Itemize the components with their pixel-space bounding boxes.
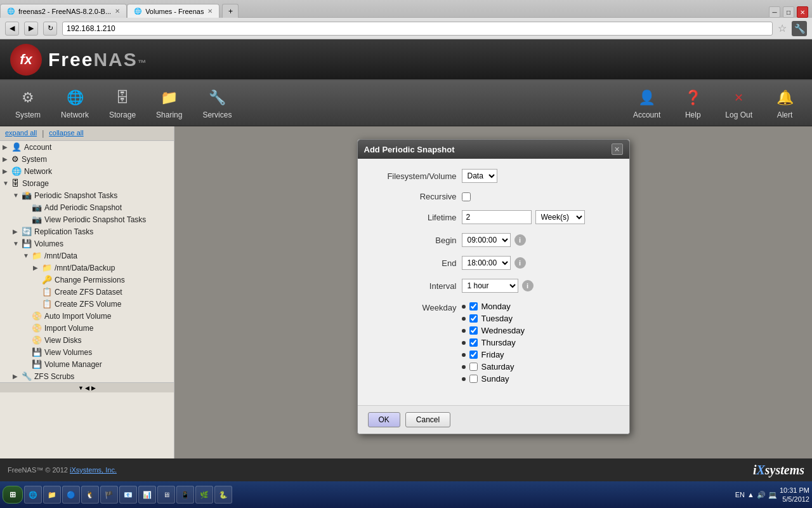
sunday-checkbox[interactable] [469, 375, 478, 383]
account-toggle[interactable]: ▶ [3, 144, 11, 150]
interval-row: Interval 1 hour 30 minutes 15 minutes 2 … [368, 279, 619, 293]
extension-button[interactable]: 🔧 [792, 21, 807, 36]
lifetime-unit-select[interactable]: Week(s) Day(s) Hour(s) Month(s) Year(s) [535, 210, 585, 224]
network-toggle[interactable]: ▶ [3, 168, 11, 175]
volumes-toggle[interactable]: ▼ [13, 240, 22, 247]
footer-copyright-text: FreeNAS™ © 2012 [8, 466, 68, 474]
taskbar-icon-python[interactable]: 🐍 [214, 486, 232, 504]
tuesday-checkbox[interactable] [469, 314, 478, 323]
sidebar-item-create-zfs-volume[interactable]: ▶ 📋 Create ZFS Volume [0, 298, 174, 310]
collapse-all-link[interactable]: collapse all [49, 129, 83, 138]
modal-close-button[interactable]: × [612, 144, 623, 155]
periodic-snapshot-toggle[interactable]: ▼ [13, 192, 22, 199]
sidebar-item-volumes[interactable]: ▼ 💾 Volumes [0, 237, 174, 250]
sidebar-item-auto-import[interactable]: ▶ 📀 Auto Import Volume [0, 310, 174, 322]
nav-alert[interactable]: 🔔 Alert [763, 85, 807, 122]
interval-info-icon[interactable]: i [522, 280, 534, 291]
nav-account[interactable]: 👤 Account [623, 85, 671, 122]
nav-sharing[interactable]: 📁 Sharing [146, 85, 192, 122]
saturday-checkbox[interactable] [469, 363, 478, 371]
minimize-button[interactable]: ─ [769, 6, 780, 18]
sidebar-item-import-volume[interactable]: ▶ 📀 Import Volume [0, 322, 174, 334]
storage-toggle[interactable]: ▼ [3, 180, 11, 187]
close-window-button[interactable]: ✕ [797, 6, 808, 18]
taskbar-icon-mail[interactable]: 📧 [119, 486, 137, 504]
sidebar-item-create-zfs-dataset[interactable]: ▶ 📋 Create ZFS Dataset [0, 286, 174, 298]
taskbar-icon-ie[interactable]: 🌐 [24, 486, 42, 504]
recursive-checkbox[interactable] [462, 192, 471, 201]
tray-icon-3: 💻 [768, 491, 777, 499]
zfs-scrubs-toggle[interactable]: ▶ [13, 373, 22, 380]
tab-label-1: freenas2 - FreeNAS-8.2.0-B... [18, 8, 111, 15]
replication-toggle[interactable]: ▶ [13, 228, 22, 235]
weekday-thursday: Thursday [462, 338, 525, 347]
sidebar-item-change-permissions[interactable]: ▶ 🔑 Change Permissions [0, 274, 174, 286]
wednesday-checkbox[interactable] [469, 326, 478, 335]
periodic-snapshot-icon: 📸 [22, 190, 32, 200]
nav-network[interactable]: 🌐 Network [51, 85, 99, 122]
end-info-icon[interactable]: i [514, 257, 526, 269]
sidebar-item-zfs-scrubs[interactable]: ▶ 🔧 ZFS Scrubs [0, 370, 174, 382]
begin-info-icon[interactable]: i [514, 234, 526, 246]
taskbar-icon-chrome[interactable]: 🔵 [62, 486, 80, 504]
taskbar-icon-chart[interactable]: 📊 [138, 486, 156, 504]
nav-logout[interactable]: ✕ Log Out [715, 85, 763, 122]
sidebar-item-view-volumes[interactable]: ▶ 💾 View Volumes [0, 346, 174, 358]
sidebar-item-mnt-data[interactable]: ▼ 📁 /mnt/Data [0, 250, 174, 262]
taskbar-icon-screen[interactable]: 🖥 [157, 486, 175, 504]
taskbar-icon-folder[interactable]: 📁 [43, 486, 61, 504]
tab-freenas2[interactable]: 🌐 freenas2 - FreeNAS-8.2.0-B... ✕ [0, 4, 127, 18]
taskbar-icon-linux[interactable]: 🐧 [81, 486, 99, 504]
backup-toggle[interactable]: ▶ [33, 264, 42, 271]
weekday-tuesday: Tuesday [462, 314, 525, 323]
system-toggle[interactable]: ▶ [3, 156, 11, 163]
interval-select[interactable]: 1 hour 30 minutes 15 minutes 2 hours [462, 279, 518, 293]
forward-button[interactable]: ▶ [24, 22, 38, 36]
thursday-checkbox[interactable] [469, 338, 478, 347]
account-icon-tree: 👤 [11, 142, 22, 152]
end-select[interactable]: 18:00:00 [462, 256, 511, 270]
sunday-label: Sunday [481, 374, 509, 384]
thursday-label: Thursday [481, 338, 516, 347]
tab-volumes[interactable]: 🌐 Volumes - Freenas ✕ [127, 4, 219, 18]
nav-system[interactable]: ⚙ System [5, 85, 51, 122]
sidebar-item-add-periodic-snapshot[interactable]: ▶ 📷 Add Periodic Snapshot [0, 201, 174, 213]
sidebar-item-volume-manager[interactable]: ▶ 💾 Volume Manager [0, 358, 174, 370]
expand-all-link[interactable]: expand all [5, 129, 37, 138]
sidebar-item-network[interactable]: ▶ 🌐 Network [0, 165, 174, 177]
footer-company-link[interactable]: iXsystems, Inc. [70, 466, 117, 474]
monday-checkbox[interactable] [469, 302, 478, 311]
sidebar-item-view-periodic-snapshot[interactable]: ▶ 📷 View Periodic Snapshot Tasks [0, 213, 174, 225]
tab-close-1[interactable]: ✕ [115, 8, 120, 15]
taskbar-icon-flag[interactable]: 🏴 [100, 486, 118, 504]
nav-help[interactable]: ❓ Help [671, 85, 715, 122]
tab-close-2[interactable]: ✕ [207, 8, 213, 15]
sidebar-item-account[interactable]: ▶ 👤 Account [0, 141, 174, 153]
address-input[interactable] [62, 22, 773, 36]
sidebar-item-replication[interactable]: ▶ 🔄 Replication Tasks [0, 225, 174, 237]
sidebar-item-view-disks[interactable]: ▶ 📀 View Disks [0, 334, 174, 346]
lifetime-input[interactable] [462, 210, 532, 224]
friday-checkbox[interactable] [469, 351, 478, 359]
filesystem-select[interactable]: Data [462, 169, 497, 183]
nav-storage[interactable]: 🗄 Storage [99, 85, 146, 122]
begin-select[interactable]: 09:00:00 [462, 233, 511, 247]
sidebar-item-system[interactable]: ▶ ⚙ System [0, 153, 174, 165]
network-icon-tree: 🌐 [11, 166, 22, 176]
sidebar-item-mnt-data-backup[interactable]: ▶ 📁 /mnt/Data/Backup [0, 262, 174, 274]
ok-button[interactable]: OK [368, 412, 400, 427]
start-button[interactable]: ⊞ [3, 486, 23, 504]
back-button[interactable]: ◀ [5, 22, 19, 36]
new-tab-button[interactable]: + [222, 4, 239, 18]
cancel-button[interactable]: Cancel [405, 412, 450, 427]
taskbar-icon-phone[interactable]: 📱 [176, 486, 194, 504]
add-snap-label: Add Periodic Snapshot [44, 203, 122, 212]
nav-services[interactable]: 🔧 Services [192, 85, 242, 122]
refresh-button[interactable]: ↻ [43, 22, 57, 36]
sidebar-item-periodic-snapshot[interactable]: ▼ 📸 Periodic Snapshot Tasks [0, 189, 174, 201]
mnt-data-toggle[interactable]: ▼ [23, 252, 32, 259]
sidebar-item-storage[interactable]: ▼ 🗄 Storage [0, 177, 174, 189]
taskbar-icon-plant[interactable]: 🌿 [195, 486, 213, 504]
maximize-button[interactable]: □ [783, 6, 794, 18]
bookmark-button[interactable]: ☆ [778, 22, 787, 34]
